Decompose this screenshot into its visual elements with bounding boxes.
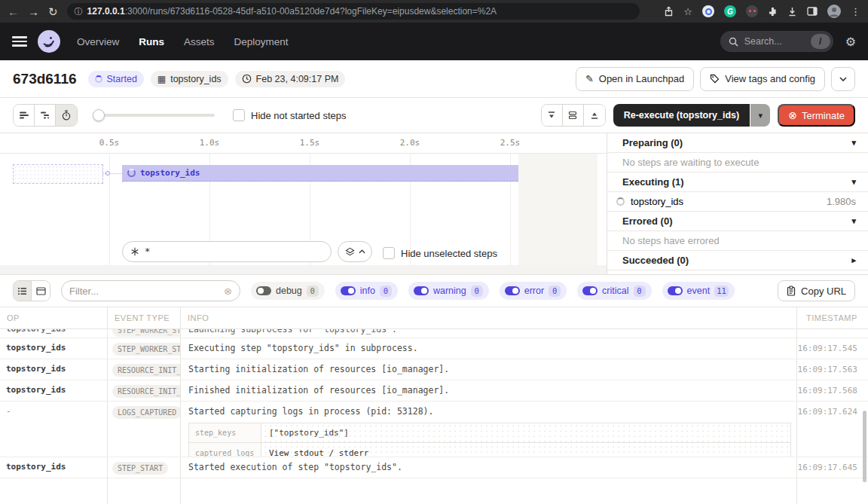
- gantt-zoom-slider[interactable]: [94, 114, 215, 117]
- more-actions-chevron-button[interactable]: [831, 67, 855, 91]
- col-header-event-type: EVENT TYPE: [108, 307, 181, 328]
- timeline-tick: 2.5s: [500, 138, 521, 148]
- structured-log-view-button[interactable]: [14, 281, 32, 301]
- toggle-on-icon: [582, 286, 598, 295]
- downloads-icon[interactable]: [787, 7, 797, 17]
- global-search[interactable]: Search... /: [720, 31, 833, 52]
- app-nav: Overview Runs Assets Deployment Search..…: [0, 23, 868, 60]
- toggle-on-icon: [341, 286, 356, 295]
- log-row: topstory_ids RESOURCE_INIT_SUCC… Finishe…: [0, 380, 868, 402]
- gantt-horizontal-scrollbar[interactable]: [0, 265, 607, 274]
- level-count-badge: 11: [714, 286, 729, 297]
- log-timestamp[interactable]: 16:09:17.624: [797, 402, 868, 457]
- terminate-button[interactable]: ⊗ Terminate: [778, 104, 855, 127]
- browser-chrome: ← → ↻ ⓘ 127.0.0.1:3000/runs/673d6116-052…: [0, 0, 868, 23]
- gantt-section: 0.5s 1.0s 1.5s 2.0s 2.5s topstory_ids: [0, 133, 868, 275]
- level-chip-error[interactable]: error 0: [500, 282, 567, 300]
- log-timestamp[interactable]: 16:09:17.568: [797, 380, 868, 401]
- nav-item-overview[interactable]: Overview: [77, 36, 119, 47]
- layout-waterfall-button[interactable]: [35, 105, 56, 126]
- log-timestamp[interactable]: 16:09:17.563: [797, 359, 868, 380]
- level-chip-debug[interactable]: debug 0: [251, 282, 325, 300]
- browser-forward-icon[interactable]: →: [28, 6, 39, 17]
- open-in-launchpad-button[interactable]: ✎ Open in Launchpad: [576, 67, 694, 91]
- reexecute-button[interactable]: Re-execute (topstory_ids): [613, 104, 750, 127]
- level-count-badge: 0: [307, 286, 319, 297]
- address-bar[interactable]: ⓘ 127.0.0.1:3000/runs/673d6116-0528-45df…: [67, 3, 640, 20]
- collapse-bottom-button[interactable]: [542, 105, 563, 126]
- panel-layout-segmented-control: [541, 104, 606, 127]
- extensions-puzzle-icon[interactable]: [768, 7, 778, 17]
- step-selection-input[interactable]: [145, 246, 323, 257]
- event-type-chip: RESOURCE_INIT_STAR…: [112, 364, 181, 377]
- gantt-step-bar[interactable]: topstory_ids: [122, 165, 518, 182]
- level-count-badge: 0: [549, 286, 561, 297]
- hamburger-menu-icon[interactable]: [12, 36, 27, 47]
- share-icon[interactable]: [664, 6, 674, 17]
- log-vertical-scrollbar[interactable]: [863, 411, 866, 482]
- caret-down-icon: ▾: [851, 138, 856, 148]
- site-info-icon[interactable]: ⓘ: [75, 6, 83, 17]
- level-chip-event[interactable]: event 11: [662, 282, 735, 300]
- run-header: 673d6116 Started ▦ topstory_ids Feb 23, …: [0, 60, 868, 98]
- section-succeeded-header[interactable]: Succeeded (0) ▸: [607, 251, 868, 270]
- layout-timed-button[interactable]: [56, 105, 77, 126]
- gantt-pending-placeholder: [13, 164, 103, 184]
- layout-flat-button[interactable]: [14, 105, 35, 126]
- level-chip-warning[interactable]: warning 0: [408, 282, 489, 300]
- browser-toolbar-icons: ☆ G ⋮: [664, 5, 860, 18]
- side-panel-icon[interactable]: [807, 7, 818, 16]
- browser-menu-kebab-icon[interactable]: ⋮: [851, 7, 860, 17]
- level-chip-critical[interactable]: critical 0: [577, 282, 651, 300]
- extension-robot-icon[interactable]: [746, 5, 758, 17]
- log-row: topstory_ids STEP_START Started executio…: [0, 457, 868, 478]
- browser-back-icon[interactable]: ←: [8, 6, 19, 17]
- hide-not-started-label: Hide not started steps: [251, 110, 346, 121]
- section-executing-header[interactable]: Executing (1) ▾: [607, 173, 868, 192]
- col-header-op: OP: [0, 307, 108, 328]
- log-row: topstory_ids RESOURCE_INIT_STAR… Startin…: [0, 359, 868, 380]
- clear-filter-icon[interactable]: ⊗: [224, 286, 232, 297]
- hide-not-started-checkbox[interactable]: [233, 109, 245, 121]
- nav-item-runs[interactable]: Runs: [139, 36, 164, 47]
- extension-1password-icon[interactable]: [702, 5, 714, 17]
- reexecute-dropdown-caret[interactable]: ▾: [750, 104, 770, 127]
- caret-down-icon: ▾: [851, 177, 856, 187]
- run-status-badge: Started: [88, 71, 144, 87]
- run-steps-panel: Preparing (0) ▾ No steps are waiting to …: [607, 133, 868, 274]
- job-name-tag[interactable]: ▦ topstory_ids: [151, 71, 228, 87]
- executing-step-row[interactable]: topstory_ids 1.980s: [607, 192, 868, 212]
- nav-item-deployment[interactable]: Deployment: [234, 36, 289, 47]
- raw-log-view-button[interactable]: [32, 281, 50, 301]
- view-stdout-stderr-link[interactable]: View stdout / stderr: [261, 448, 376, 457]
- section-preparing-header[interactable]: Preparing (0) ▾: [607, 133, 868, 153]
- dagster-logo[interactable]: [38, 30, 60, 53]
- level-count-badge: 0: [634, 286, 646, 297]
- collapse-top-button[interactable]: [584, 105, 605, 126]
- graph-query-toggle-button[interactable]: [338, 241, 372, 262]
- log-filter-input[interactable]: [69, 286, 219, 297]
- browser-reload-icon[interactable]: ↻: [48, 6, 58, 17]
- hide-unselected-label: Hide unselected steps: [401, 248, 497, 259]
- gantt-timeline-header: 0.5s 1.0s 1.5s 2.0s 2.5s: [0, 133, 607, 154]
- browser-profile-avatar[interactable]: [827, 5, 841, 18]
- gantt-toolbar: Hide not started steps Re-execute (topst…: [0, 98, 868, 133]
- section-errored-header[interactable]: Errored (0) ▾: [607, 212, 868, 231]
- toggle-on-icon: [668, 286, 683, 295]
- level-chip-info[interactable]: info 0: [335, 282, 398, 300]
- extension-grammarly-icon[interactable]: G: [724, 5, 736, 17]
- gear-icon[interactable]: ⚙: [845, 35, 856, 49]
- view-tags-config-button[interactable]: View tags and config: [700, 67, 825, 91]
- split-view-button[interactable]: [563, 105, 584, 126]
- hide-unselected-checkbox[interactable]: [383, 247, 395, 259]
- copy-url-button[interactable]: Copy URL: [778, 280, 855, 301]
- bookmark-star-icon[interactable]: ☆: [683, 7, 692, 17]
- nav-item-assets[interactable]: Assets: [184, 36, 215, 47]
- op-selector-icon: [130, 247, 139, 256]
- log-metadata-table: step_keys ["topstory_ids"] captured_logs…: [188, 423, 791, 457]
- search-placeholder: Search...: [744, 36, 805, 47]
- slider-knob[interactable]: [93, 109, 105, 121]
- log-timestamp[interactable]: 16:09:17.645: [797, 457, 868, 478]
- list-view-icon: [17, 287, 27, 295]
- log-timestamp[interactable]: 16:09:17.545: [797, 338, 868, 359]
